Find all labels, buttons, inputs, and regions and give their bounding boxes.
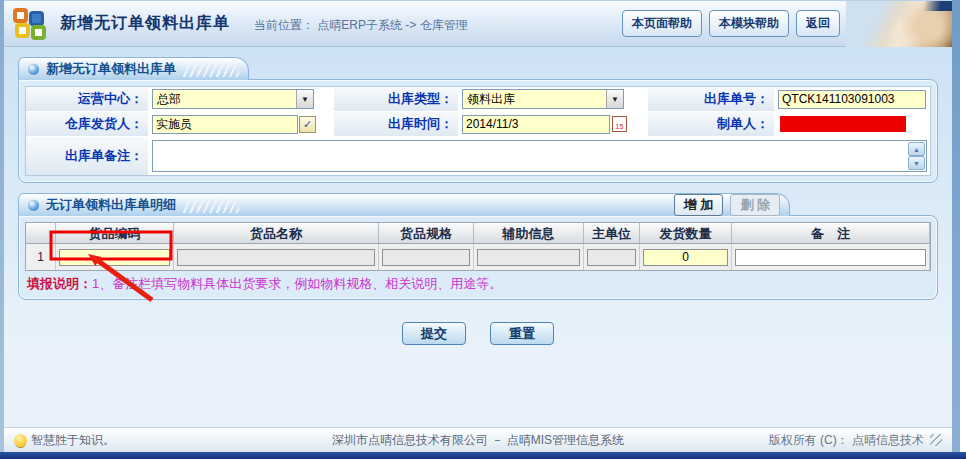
shipper-label: 仓库发货人： <box>26 112 148 136</box>
dropdown-arrow-icon[interactable]: ▼ <box>296 90 313 108</box>
col-header-code: 货品编码 <box>56 223 174 244</box>
section-bullet-icon <box>28 200 39 211</box>
reset-button[interactable]: 重置 <box>490 322 554 345</box>
app-logo-icon <box>12 6 50 42</box>
logo-square-green <box>31 25 46 40</box>
scroll-up-icon[interactable]: ▲ <box>908 142 925 156</box>
operation-center-label: 运营中心： <box>26 87 148 111</box>
row-index: 1 <box>26 244 56 270</box>
scroll-down-icon[interactable]: ▼ <box>908 156 925 170</box>
add-row-button[interactable]: 增 加 <box>674 194 724 216</box>
col-header-qty: 发货数量 <box>640 223 732 244</box>
col-header-name: 货品名称 <box>174 223 379 244</box>
remark-scrollbar[interactable]: ▲ ▼ <box>908 142 925 170</box>
detail-table: 货品编码 货品名称 货品规格 辅助信息 主单位 发货数量 备 注 1 <box>25 222 931 271</box>
fill-instructions-text: 1、备注栏填写物料具体出货要求，例如物料规格、相关说明、用途等。 <box>92 276 502 291</box>
order-remark-textarea[interactable]: ▲ ▼ <box>152 140 927 172</box>
footer: 智慧胜于知识。 深圳市点晴信息技术有限公司 － 点晴MIS管理信息系统 版权所有… <box>4 427 952 452</box>
dropdown-arrow-icon[interactable]: ▼ <box>606 90 623 108</box>
logo-square-blue <box>29 11 44 26</box>
submit-button[interactable]: 提交 <box>402 322 466 345</box>
order-form-tab-title: 新增无订单领料出库单 <box>46 60 176 78</box>
page: 新增无订单领料出库单 当前位置： 点晴ERP子系统 -> 仓库管理 本页面帮助 … <box>0 0 966 459</box>
section-bullet-icon <box>28 64 39 75</box>
detail-tab: 无订单领料出库单明细 增 加 删 除 <box>18 193 790 216</box>
operation-center-select[interactable]: 总部 ▼ <box>152 89 314 109</box>
tab-stripes-decoration <box>183 198 239 213</box>
order-form-section: 新增无订单领料出库单 运营中心： 总部 ▼ 出库 <box>18 57 938 183</box>
order-form-tab: 新增无订单领料出库单 <box>18 57 249 80</box>
tab-stripes-decoration <box>183 62 239 77</box>
resize-grip-icon[interactable] <box>930 434 942 446</box>
delete-row-button[interactable]: 删 除 <box>730 194 780 216</box>
outbound-type-label: 出库类型： <box>334 87 458 111</box>
outbound-time-label: 出库时间： <box>334 112 458 136</box>
logo-square-yellow <box>15 23 30 38</box>
col-header-note: 备 注 <box>732 223 930 244</box>
item-code-input[interactable] <box>59 249 170 266</box>
calendar-icon[interactable]: 15 <box>612 116 627 132</box>
module-help-button[interactable]: 本模块帮助 <box>709 10 789 37</box>
bulb-icon <box>14 434 27 447</box>
col-header-aux: 辅助信息 <box>474 223 584 244</box>
person-picker-icon[interactable]: ✓ <box>299 116 316 133</box>
col-header-unit: 主单位 <box>584 223 640 244</box>
col-header-index <box>26 223 56 244</box>
logo-square-orange <box>13 8 28 23</box>
col-header-spec: 货品规格 <box>379 223 474 244</box>
item-name-input <box>177 249 375 266</box>
window-right-border <box>952 0 960 452</box>
footer-company: 深圳市点晴信息技术有限公司 － 点晴MIS管理信息系统 <box>332 432 624 449</box>
creator-redacted-value <box>780 116 906 132</box>
detail-body: 货品编码 货品名称 货品规格 辅助信息 主单位 发货数量 备 注 1 <box>18 215 938 300</box>
window-right-margin <box>960 0 966 452</box>
order-no-input[interactable] <box>778 90 926 109</box>
order-form-body: 运营中心： 总部 ▼ 出库类型： 领料出库 <box>18 79 938 183</box>
detail-tab-title: 无订单领料出库单明细 <box>46 196 176 214</box>
item-spec-input <box>382 249 470 266</box>
window-bottom-bar <box>0 452 966 459</box>
item-unit-input <box>587 249 636 266</box>
back-button[interactable]: 返回 <box>796 10 840 37</box>
page-help-button[interactable]: 本页面帮助 <box>622 10 702 37</box>
operation-center-value: 总部 <box>153 90 296 108</box>
order-no-label: 出库单号： <box>648 87 774 111</box>
fill-instructions: 填报说明：1、备注栏填写物料具体出货要求，例如物料规格、相关说明、用途等。 <box>25 275 931 293</box>
table-header-row: 货品编码 货品名称 货品规格 辅助信息 主单位 发货数量 备 注 <box>26 223 930 244</box>
creator-label: 制单人： <box>648 112 774 136</box>
footer-slogan: 智慧胜于知识。 <box>31 432 115 449</box>
form-actions: 提交 重置 <box>18 322 938 345</box>
item-note-input[interactable] <box>735 249 926 266</box>
item-qty-input[interactable] <box>643 249 728 266</box>
item-aux-input <box>477 249 580 266</box>
order-remark-label: 出库单备注： <box>26 137 148 175</box>
content: 新增无订单领料出库单 运营中心： 总部 ▼ 出库 <box>4 47 952 427</box>
footer-copyright: 版权所有 (C)： 点晴信息技术 <box>769 432 924 449</box>
detail-section: 无订单领料出库单明细 增 加 删 除 货品编码 货品名称 货品规格 <box>18 193 938 300</box>
handshake-image <box>846 1 952 47</box>
outbound-type-select[interactable]: 领料出库 ▼ <box>462 89 624 109</box>
outbound-time-input[interactable] <box>462 115 610 134</box>
fill-instructions-label: 填报说明： <box>27 276 92 291</box>
header: 新增无订单领料出库单 当前位置： 点晴ERP子系统 -> 仓库管理 本页面帮助 … <box>4 1 952 47</box>
page-title: 新增无订单领料出库单 <box>60 13 230 34</box>
table-row: 1 <box>26 244 930 270</box>
shipper-input[interactable] <box>152 115 298 134</box>
outbound-type-value: 领料出库 <box>463 90 606 108</box>
breadcrumb: 当前位置： 点晴ERP子系统 -> 仓库管理 <box>254 14 468 34</box>
